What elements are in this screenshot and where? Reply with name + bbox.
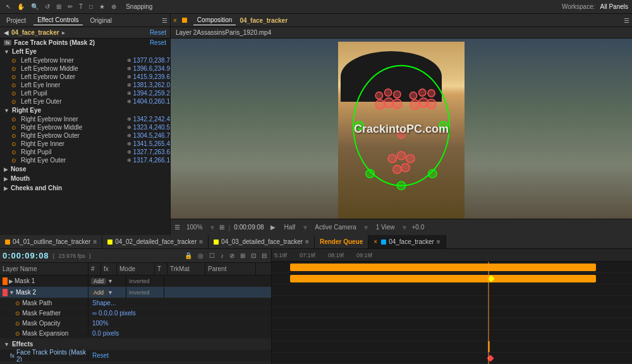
section-mouth[interactable]: ▶ Mouth [0,174,170,183]
preview-area: CrackintoPC.com [171,39,632,219]
snapping-label: Snapping [126,3,152,10]
zoom-btn[interactable]: 100% [184,223,205,231]
tl-ctrl-motion[interactable]: ⊟ [260,252,269,260]
prop-stopwatch-3[interactable]: ⊙ [15,320,20,327]
prop-stopwatch-1[interactable]: ⊙ [15,300,20,306]
track-row-mask-opacity [272,307,632,318]
view-btn[interactable]: Active Camera [312,223,359,231]
layer-mask2-arrow[interactable]: ▼ [9,289,15,296]
fx-reset-btn[interactable]: Reset [150,39,166,46]
tab-composition[interactable]: Composition [193,15,236,25]
bt-eq-1: ≡ [93,238,97,245]
tool-zoom[interactable]: 🔍 [29,3,40,11]
bt-label-2: 04_02_detailed_face_tracker [115,238,197,245]
prop-val-9: 1304.5,246.7 [133,132,170,139]
bt-close-icon[interactable]: × [374,238,377,245]
panel-menu-icon[interactable]: ☰ [162,17,167,24]
prop-stopwatch-4[interactable]: ⊙ [15,331,20,337]
prop-name-9: Right Eyebrow Outer [21,132,125,139]
left-panel-tabs: Project Effect Controls Original ☰ [0,14,170,27]
comp-panel-menu[interactable]: ☰ [624,17,629,24]
bottom-tabs-row: 04_01_outline_face_tracker ≡ 04_02_detai… [0,235,632,249]
bottom-tab-3[interactable]: 04_03_detailed_face_tracker ≡ [209,235,315,248]
tl-ctrl-shy[interactable]: ⊘ [228,252,236,260]
bt-dot-1 [5,240,10,245]
mouth-arrow: ▶ [4,176,8,182]
prop-stopwatch-2[interactable]: ⊙ [15,310,20,317]
tl-ctrl-collapse[interactable]: ⊞ [238,252,247,260]
cheeks-label: Cheeks and Chin [11,185,62,191]
preview-menu-icon[interactable]: ☰ [174,224,180,231]
prop-spiral-7: ⊕ [127,116,131,122]
prop-mask-expansion-val[interactable]: 0.0 pixels [88,330,119,337]
prop-mask-opacity-val[interactable]: 100% [88,320,109,327]
prop-val-7: 1342.2,242.4 [133,116,170,123]
tool-rect[interactable]: □ [87,3,95,11]
tl-ctrl-video[interactable]: ☐ [207,252,217,260]
tool-star[interactable]: ★ [97,3,107,11]
tl-ctrl-audio[interactable]: ♪ [219,252,226,260]
tl-ctrl-solo[interactable]: ◎ [196,252,205,260]
section-left-eye[interactable]: ▼ Left Eye [0,47,170,56]
quality-btn[interactable]: Half [282,223,298,231]
tab-original[interactable]: Original [87,16,116,25]
bt-dot-2 [107,240,112,245]
tool-camera[interactable]: ⊞ [54,3,63,11]
tl-ctrl-search[interactable]: 🔒 [183,252,194,260]
tool-puppet[interactable]: ⊕ [109,3,118,11]
tool-rotate[interactable]: ↺ [43,3,52,11]
tool-arrow[interactable]: ↖ [4,3,13,11]
prop-mask-path-val[interactable]: Shape... [88,300,116,306]
prop-name-4: Left Eye Inner [21,82,125,88]
tab-project[interactable]: Project [3,16,30,25]
section-right-eye[interactable]: ▼ Right Eye [0,106,170,115]
sep4: ▼ [363,224,370,231]
mask2-mode-badge[interactable]: Add [91,289,106,296]
prop-left-eyebrow-outer: ⊙ Left Eyebrow Outer ⊕ 1415.9,239.6 [0,73,170,81]
top-toolbar: ↖ ✋ 🔍 ↺ ⊞ ✏ T □ ★ ⊕ Snapping Workspace: … [0,0,632,14]
bt-eq-3: ≡ [305,238,309,245]
prop-val-1: 1377.0,238.7 [133,57,170,64]
bottom-tab-rq[interactable]: Render Queue [315,235,368,248]
mask1-mode-arrow[interactable]: ▼ [107,278,113,284]
prop-right-pupil: ⊙ Right Pupil ⊕ 1327.7,263.6 [0,148,170,156]
comp-close-icon[interactable]: × [173,17,177,24]
tool-text[interactable]: T [77,3,85,11]
fit-btn[interactable]: ⊞ [219,224,224,231]
comp-layer-tab-bar: Layer 2AssassinsParis_1920.mp4 [171,27,632,39]
prop-icon-6: ⊙ [11,99,19,105]
mask2-inv-label: Inverted [129,289,150,296]
prop-mask-feather-name: ⊙ Mask Feather [0,308,88,318]
section-nose[interactable]: ▶ Nose [0,164,170,174]
prop-mask-feather-val[interactable]: ∞ 0.0,0.0 pixels [88,310,136,317]
effect-reset-tl[interactable]: Reset [88,352,109,359]
effect-reset-btn[interactable]: Reset [150,29,166,36]
prop-spiral-12: ⊕ [127,157,131,163]
bottom-tab-4[interactable]: × 04_face_tracker ≡ [368,235,446,248]
section-cheeks[interactable]: ▶ Cheeks and Chin [0,183,170,193]
mask1-mode-badge[interactable]: Add [91,278,106,284]
tl-fps-close: ) [89,253,91,259]
prop-icon-3: ⊙ [11,74,19,80]
tool-hand[interactable]: ✋ [15,3,27,11]
tool-pen[interactable]: ✏ [66,3,75,11]
prop-spiral-5: ⊕ [127,90,131,96]
views-btn[interactable]: 1 View [374,223,398,231]
tl-ctrl-frame[interactable]: ⊡ [249,252,258,260]
bottom-tab-2[interactable]: 04_02_detailed_face_tracker ≡ [102,235,209,248]
comp-layer-tab[interactable]: Layer 2AssassinsParis_1920.mp4 [176,29,271,36]
left-eye-arrow: ▼ [4,49,9,55]
left-eye-label: Left Eye [12,48,37,55]
layer-mask1-arrow[interactable]: ▶ [9,278,13,284]
prop-name-1: Left Eyebrow Inner [21,57,125,64]
play-btn[interactable]: ▶ [268,223,278,231]
tab-effect-controls[interactable]: Effect Controls [33,15,82,25]
mask2-mode-arrow[interactable]: ▼ [107,289,113,296]
tl-fps-val: 23.976 fps [59,253,85,259]
bottom-tab-1[interactable]: 04_01_outline_face_tracker ≡ [0,235,102,248]
prop-val-4: 1381.3,262.0 [133,82,170,88]
prop-right-eyebrow-middle: ⊙ Right Eyebrow Middle ⊕ 1323.4,240.5 [0,123,170,131]
transform-section-header[interactable]: ▼ Transform Reset [0,361,271,364]
fx-row: fx Face Track Points (Mask 2) Reset [0,39,170,47]
prop-val-6: 1404.0,260.1 [133,98,170,105]
